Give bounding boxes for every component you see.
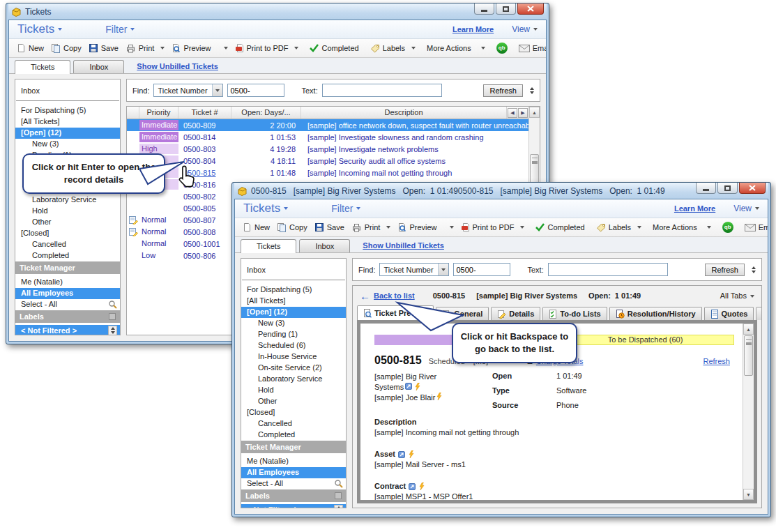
tab-quotes[interactable]: Quotes <box>704 307 754 320</box>
preview-button[interactable]: Preview <box>394 220 457 234</box>
sidebar-item-other[interactable]: Other <box>15 217 120 228</box>
print-to-pdf-button[interactable]: Print to PDF <box>457 220 528 234</box>
show-unbilled-link[interactable]: Show Unbilled Tickets <box>137 62 218 70</box>
column-ticket[interactable]: Ticket # <box>178 107 231 119</box>
new-button[interactable]: New <box>239 220 273 234</box>
preview-refresh-link[interactable]: Refresh <box>703 357 730 365</box>
vertical-scrollbar[interactable]: ▲ ▼ <box>743 324 754 500</box>
open-record-link-icon[interactable] <box>409 483 416 490</box>
sidebar-item-other[interactable]: Other <box>241 396 346 407</box>
learn-more-link[interactable]: Learn More <box>452 25 494 33</box>
sidebar-item-for-dispatching[interactable]: For Dispatching (5) <box>241 284 346 296</box>
quickbooks-button[interactable]: qb <box>719 220 737 235</box>
tickets-menu[interactable]: Tickets <box>17 22 54 36</box>
preview-button[interactable]: Preview <box>168 41 231 55</box>
sidebar-item-me[interactable]: Me (Natalie) <box>15 277 120 288</box>
sidebar-item-select-all[interactable]: Select - All <box>15 299 120 310</box>
sidebar-item-all-employees[interactable]: All Employees <box>15 288 120 299</box>
sidebar-item-all-employees[interactable]: All Employees <box>241 467 346 478</box>
open-record-link-icon[interactable] <box>405 383 413 390</box>
sidebar-item-closed[interactable]: [Closed] <box>241 407 346 418</box>
refresh-button[interactable]: Refresh <box>483 84 523 97</box>
sidebar-item-on-site[interactable]: On-site Service (2) <box>241 363 346 374</box>
quickbooks-button[interactable]: qb <box>493 40 511 56</box>
learn-more-link[interactable]: Learn More <box>674 204 715 213</box>
sidebar-item-laboratory[interactable]: Laboratory Service <box>241 374 346 385</box>
labels-button[interactable]: Labels <box>367 42 419 55</box>
tab-details[interactable]: Details <box>491 307 540 320</box>
close-button[interactable] <box>517 3 544 15</box>
ticket-row[interactable]: Immediate 0500-809 2 20:00 [sample] offi… <box>127 119 528 131</box>
tab-inbox[interactable]: Inbox <box>299 239 350 252</box>
minimize-button[interactable] <box>696 183 716 194</box>
quick-action-bolt-icon[interactable] <box>419 482 425 490</box>
ticket-row[interactable]: Immediate 0500-814 1 01:53 [sample] Inve… <box>127 131 528 143</box>
completed-button[interactable]: Completed <box>306 42 362 54</box>
more-actions-button[interactable]: More Actions <box>423 42 489 54</box>
sidebar-item-completed[interactable]: Completed <box>241 430 346 441</box>
sidebar-item-all-tickets[interactable]: [All Tickets] <box>15 116 120 128</box>
find-number-input[interactable] <box>227 84 284 97</box>
find-text-input[interactable] <box>322 84 442 97</box>
print-button[interactable]: Print <box>122 42 169 55</box>
scroll-right-icon[interactable]: ▶ <box>518 108 528 118</box>
tickets-menu[interactable]: Tickets <box>243 202 280 215</box>
sidebar-item-in-house[interactable]: In-House Service <box>241 351 346 363</box>
all-tabs-dropdown[interactable]: All Tabs <box>720 291 754 300</box>
show-unbilled-link[interactable]: Show Unbilled Tickets <box>363 241 444 250</box>
expand-options-icon[interactable] <box>530 87 534 94</box>
minimize-button[interactable] <box>474 3 494 15</box>
print-button[interactable]: Print <box>348 221 395 234</box>
labels-filter[interactable]: < Not Filtered > <box>241 504 346 508</box>
completed-button[interactable]: Completed <box>532 221 588 234</box>
view-menu[interactable]: View <box>512 24 530 34</box>
sidebar-item-all-tickets[interactable]: [All Tickets] <box>241 296 346 307</box>
sidebar-item-select-all[interactable]: Select - All <box>241 478 346 489</box>
sidebar-inbox[interactable]: Inbox <box>241 259 346 280</box>
scroll-thumb[interactable] <box>744 335 753 376</box>
find-field-select[interactable]: Ticket Number <box>153 84 223 97</box>
tab-inbox[interactable]: Inbox <box>73 60 124 73</box>
column-priority[interactable]: Priority <box>139 107 178 119</box>
filter-menu[interactable]: Filter <box>331 203 353 214</box>
sidebar-inbox[interactable]: Inbox <box>15 79 120 100</box>
column-open[interactable]: Open: Days/... <box>231 107 301 119</box>
sidebar-item-cancelled[interactable]: Cancelled <box>241 418 346 430</box>
tab-resolution-history[interactable]: Resolution/History <box>609 307 702 320</box>
labels-filter[interactable]: < Not Filtered > <box>15 325 120 335</box>
quick-action-bolt-icon[interactable] <box>436 393 442 400</box>
view-menu[interactable]: View <box>733 204 752 213</box>
copy-button[interactable]: Copy <box>47 41 85 55</box>
find-number-input[interactable] <box>453 263 510 276</box>
sidebar-item-closed[interactable]: [Closed] <box>15 228 120 239</box>
quick-action-bolt-icon[interactable] <box>409 450 414 458</box>
filter-menu[interactable]: Filter <box>105 24 127 35</box>
tab-tickets[interactable]: Tickets <box>15 60 70 74</box>
sidebar-item-completed[interactable]: Completed <box>15 250 120 261</box>
sidebar-item-open[interactable]: [Open] (12) <box>241 307 346 318</box>
close-button[interactable] <box>739 183 766 194</box>
copy-button[interactable]: Copy <box>273 220 311 234</box>
email-button[interactable]: Email <box>515 42 547 54</box>
labels-button[interactable]: Labels <box>593 221 645 234</box>
scroll-down-icon[interactable]: ▼ <box>743 489 754 500</box>
maximize-button[interactable] <box>717 183 738 194</box>
expand-options-icon[interactable] <box>752 266 756 273</box>
tab-todo-lists[interactable]: To-do Lists <box>542 307 607 320</box>
ticket-row[interactable]: High 0500-803 4 19:28 [sample] Investiga… <box>127 143 528 155</box>
maximize-button[interactable] <box>496 3 516 15</box>
tab-charges[interactable]: Charges <box>756 307 762 320</box>
sidebar-item-hold[interactable]: Hold <box>15 206 120 217</box>
email-button[interactable]: Email <box>741 221 768 234</box>
save-button[interactable]: Save <box>311 220 348 234</box>
sidebar-item-scheduled[interactable]: Scheduled (6) <box>241 340 346 351</box>
scroll-left-icon[interactable]: ◀ <box>508 108 517 118</box>
back-to-list-link[interactable]: Back to list <box>374 291 415 300</box>
sidebar-item-cancelled[interactable]: Cancelled <box>15 239 120 250</box>
more-actions-button[interactable]: More Actions <box>649 221 715 234</box>
refresh-button[interactable]: Refresh <box>705 264 745 276</box>
sidebar-item-pending[interactable]: Pending (1) <box>241 329 346 340</box>
sidebar-item-hold[interactable]: Hold <box>241 385 346 396</box>
save-button[interactable]: Save <box>85 41 122 55</box>
sidebar-item-laboratory[interactable]: Laboratory Service <box>15 195 120 206</box>
